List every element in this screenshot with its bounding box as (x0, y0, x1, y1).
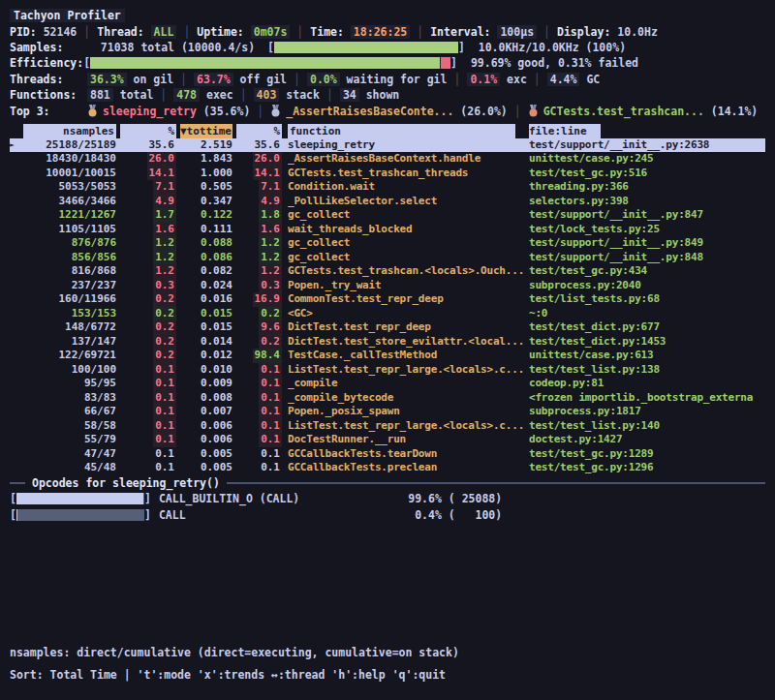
cell-tottime: 1.000 (176, 167, 232, 181)
column-header-tottime-sorted[interactable]: ▼tottime (180, 124, 232, 138)
cell-file-line: test/support/__init__.py:849 (523, 236, 760, 251)
thread-value[interactable]: ALL (151, 25, 177, 39)
gold-medal-icon (87, 105, 98, 117)
cell-pct-direct: 0.1 (153, 433, 176, 447)
profile-table: nsamples % ▼tottime % function file:line… (0, 124, 775, 475)
table-row[interactable]: 45/48 0.1 0.005 0.1 GCCallbackTests.prec… (10, 461, 765, 475)
cell-file-line: test/test_gc.py:516 (523, 167, 760, 181)
cell-file-line: test/lock_tests.py:25 (523, 223, 760, 237)
cell-tottime: 0.122 (176, 208, 232, 223)
top3-function-name[interactable]: GCTests.test_trashcan... (543, 105, 704, 118)
cell-pct-cumulative: 0.1 (259, 377, 282, 391)
table-row[interactable]: ► 25188/25189 35.6 2.519 35.6 sleeping_r… (10, 138, 765, 153)
opcode-name: CALL_BUILTIN_O (CALL) (151, 492, 384, 505)
table-row[interactable]: 816/868 1.2 0.082 1.2 GCTests.test_trash… (10, 264, 765, 279)
cell-pct-direct: 1.7 (153, 208, 176, 223)
cell-file-line: selectors.py:398 (523, 195, 760, 209)
cell-tottime: 0.005 (176, 447, 232, 462)
opcode-bar-fill (16, 509, 17, 521)
cell-pct-cumulative: 14.1 (253, 167, 283, 181)
cell-pct-direct: 1.2 (153, 236, 176, 251)
table-row[interactable]: 153/153 0.2 0.015 0.2 <GC> ~:0 (10, 307, 765, 321)
opcode-rows: [ ] CALL_BUILTIN_O (CALL) 99.6% ( 25088)… (10, 491, 765, 524)
pid-value: 52146 (44, 25, 78, 39)
table-row[interactable]: 100/100 0.1 0.010 0.1 ListTest.test_repr… (10, 363, 765, 378)
column-header-function[interactable]: function (288, 124, 515, 138)
table-row[interactable]: 876/876 1.2 0.088 1.2 gc_collect test/su… (10, 236, 765, 251)
thread-stat-value: 0.1% (467, 73, 500, 86)
column-header-nsamples[interactable]: nsamples (23, 124, 116, 138)
rule-segment (10, 482, 25, 484)
table-row[interactable]: 137/147 0.2 0.014 0.2 DictTest.test_stor… (10, 335, 765, 350)
cell-nsamples: 5053/5053 (19, 180, 116, 195)
table-row[interactable]: 856/856 1.2 0.086 1.2 gc_collect test/su… (10, 251, 765, 265)
cell-tottime: 0.111 (176, 223, 232, 237)
divider: │ (173, 73, 194, 86)
table-row[interactable]: 148/6772 0.2 0.015 9.6 DictTest.test_rep… (10, 320, 765, 335)
table-row[interactable]: 58/58 0.1 0.006 0.1 ListTest.test_repr_l… (10, 419, 765, 434)
cell-pct-cumulative: 1.2 (259, 251, 282, 265)
thread-stat-value: 36.3% (87, 73, 127, 86)
cell-nsamples: 153/153 (19, 307, 116, 321)
cell-pct-cumulative: 0.1 (259, 447, 282, 462)
cell-pct-direct: 7.1 (153, 180, 176, 195)
column-header-pct-direct[interactable]: % (120, 124, 176, 138)
bar-open-bracket: [ (83, 56, 90, 70)
uptime-label: Uptime: (197, 25, 243, 39)
table-row[interactable]: 55/79 0.1 0.006 0.1 DocTestRunner.__run … (10, 433, 765, 447)
cell-file-line: ~:0 (523, 307, 760, 321)
table-row[interactable]: 18430/18430 26.0 1.843 26.0 _AssertRaise… (10, 152, 765, 167)
table-row[interactable]: 1105/1105 1.6 0.111 1.6 wait_threads_blo… (10, 223, 765, 237)
cell-nsamples: 876/876 (19, 236, 116, 251)
divider: │ (320, 88, 340, 102)
app-title: Tachyon Profiler (10, 9, 125, 22)
table-row[interactable]: 83/83 0.1 0.008 0.1 _compile_bytecode <f… (10, 391, 765, 406)
thread-stat-text: on gil (127, 73, 173, 86)
table-row[interactable]: 95/95 0.1 0.009 0.1 _compile codeop.py:8… (10, 377, 765, 391)
table-row[interactable]: 160/11966 0.2 0.016 16.9 CommonTest.test… (10, 292, 765, 307)
table-row[interactable]: 10001/10015 14.1 1.000 14.1 GCTests.test… (10, 167, 765, 181)
table-row[interactable]: 122/69721 0.2 0.012 98.4 TestCase._callT… (10, 349, 765, 363)
cell-pct-direct: 0.1 (153, 419, 176, 434)
thread-stat-value: 63.7% (194, 73, 233, 86)
cell-pct-cumulative: 0.3 (259, 279, 282, 293)
cell-tottime: 2.519 (176, 138, 232, 153)
cell-nsamples: 95/95 (19, 377, 116, 391)
top3-function-name[interactable]: sleeping_retry (103, 105, 197, 118)
table-row[interactable]: 47/47 0.1 0.005 0.1 GCCallbackTests.tear… (10, 447, 765, 462)
cell-pct-direct: 0.1 (153, 391, 176, 406)
cell-nsamples: 55/79 (19, 433, 116, 447)
samples-line: Samples: 71038 total (10000.4/s) [ ] 10.… (10, 40, 775, 55)
cell-nsamples: 148/6772 (19, 320, 116, 335)
cell-function: ListTest.test_repr_large.<locals>.c... (288, 363, 523, 378)
display-value: 10.0Hz (617, 25, 658, 39)
opcode-bar-fill (16, 493, 143, 504)
cell-file-line: test/support/__init__.py:848 (523, 251, 760, 265)
opcode-bar (16, 509, 144, 521)
table-row[interactable]: 3466/3466 4.9 0.347 4.9 _PollLikeSelecto… (10, 195, 765, 209)
function-stat-text: stack (279, 88, 320, 102)
functions-label: Functions: (10, 88, 87, 102)
table-row[interactable]: 237/237 0.3 0.024 0.3 Popen._try_wait su… (10, 279, 765, 293)
table-row[interactable]: 66/67 0.1 0.007 0.1 Popen._posix_spawn s… (10, 405, 765, 419)
cell-function: wait_threads_blocked (288, 223, 523, 237)
table-row[interactable]: 5053/5053 7.1 0.505 7.1 Condition.wait t… (10, 180, 765, 195)
cell-function: sleeping_retry (288, 138, 523, 153)
column-header-file-line[interactable]: file:line (529, 124, 601, 138)
cell-nsamples: 10001/10015 (19, 167, 116, 181)
efficiency-text: 99.69% good, 0.31% failed (471, 56, 638, 70)
cell-pct-direct: 4.9 (153, 195, 176, 209)
table-row[interactable]: 1221/1267 1.7 0.122 1.8 gc_collect test/… (10, 208, 765, 223)
divider: │ (410, 25, 430, 39)
pid-label: PID: (10, 25, 37, 39)
cell-nsamples: 18430/18430 (19, 152, 116, 167)
cell-nsamples: 3466/3466 (19, 195, 116, 209)
column-header-pct-cumulative[interactable]: % (236, 124, 282, 138)
top3-function-name[interactable]: _AssertRaisesBaseConte... (286, 105, 453, 118)
footer-legend: nsamples: direct/cumulative (direct=exec… (10, 641, 459, 663)
cell-pct-direct: 0.1 (153, 377, 176, 391)
cell-nsamples: 137/147 (19, 335, 116, 350)
cell-tottime: 0.006 (176, 419, 232, 434)
footer-keybindings: Sort: Total Time | 't':mode 'x':trends ↔… (10, 663, 459, 685)
samples-rate: 10.0KHz/10.0KHz (100%) (479, 41, 626, 54)
